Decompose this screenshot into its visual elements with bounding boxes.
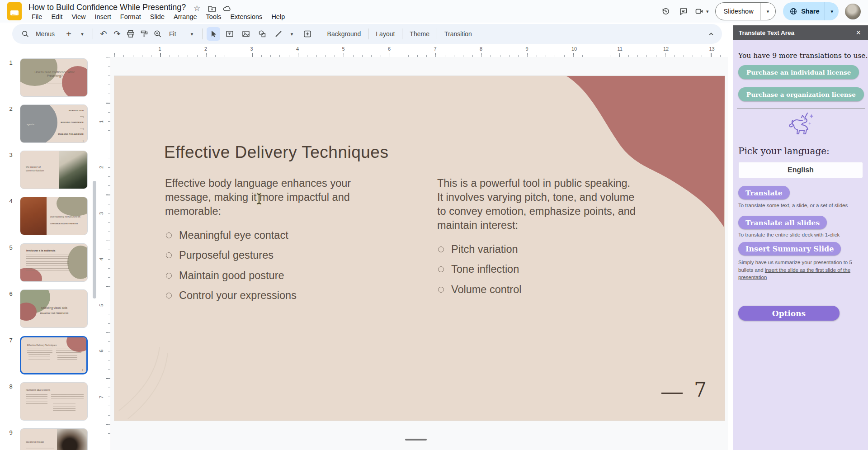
slide-thumbnail-4[interactable]: overcoming nervousness CONFIDENCE-BUILDI…	[20, 197, 88, 235]
speaker-notes-resize-handle[interactable]	[405, 439, 427, 441]
bullet-icon	[438, 266, 444, 272]
slides-logo-icon[interactable]	[7, 2, 22, 20]
slide-thumbnail-6[interactable]: selecting visual aids ENHANCING YOUR PRE…	[20, 289, 88, 328]
menus-search-button[interactable]: Menus	[19, 30, 62, 38]
slide-thumbnail-5[interactable]: Involucrar a la audiencia	[20, 243, 88, 282]
translations-quota-text: You have 9 more translations to use.	[738, 52, 868, 60]
panel-divider	[737, 108, 865, 109]
zoom-select[interactable]: Fit	[165, 30, 179, 38]
print-button[interactable]	[124, 27, 137, 41]
insert-summary-slide-button[interactable]: Insert Summary Slide	[738, 242, 841, 256]
slide-thumbnail-9[interactable]: speaking impact	[20, 428, 88, 450]
background-button[interactable]: Background	[322, 30, 367, 38]
purchase-organization-button[interactable]: Purchase a organization license	[738, 87, 864, 101]
text-cursor	[255, 193, 263, 205]
filmstrip-scrollbar[interactable]	[93, 181, 96, 298]
globe-icon	[789, 7, 797, 15]
bullet-icon	[438, 287, 444, 293]
thumb-agenda-list: INTRODUCTION3BUILDING CONFIDENCE4ENGAGIN…	[56, 109, 84, 143]
purchase-individual-button[interactable]: Purchase an individual license	[738, 65, 859, 79]
select-tool-button[interactable]	[207, 27, 220, 41]
translate-all-slides-button[interactable]: Translate all slides	[738, 216, 827, 229]
slide-title-text[interactable]: Effective Delivery Techniques	[164, 143, 388, 162]
slide-thumbnail-7-selected[interactable]: Effective Delivery Techniques 7	[20, 336, 88, 374]
zoom-button[interactable]	[151, 27, 165, 41]
bullet-icon	[166, 273, 172, 279]
menu-insert[interactable]: Insert	[90, 12, 116, 22]
top-bar: How to Build Confidence While Presenting…	[0, 0, 868, 23]
slide-thumbnail-2[interactable]: agenda INTRODUCTION3BUILDING CONFIDENCE4…	[20, 104, 88, 143]
insert-line-chevron[interactable]: ▾	[285, 27, 299, 41]
theme-button[interactable]: Theme	[404, 30, 435, 38]
summary-caption: Simply have us summarize your presentati…	[738, 259, 861, 281]
camera-chevron-icon[interactable]: ▾	[706, 9, 709, 14]
menu-extensions[interactable]: Extensions	[226, 12, 267, 22]
slide-left-bullet-list[interactable]: Meaningful eye contact Purposeful gestur…	[166, 225, 297, 306]
slide-right-bullet-list[interactable]: Pitch variation Tone inflection Volume c…	[438, 239, 521, 300]
slide-editor[interactable]: Effective Delivery Techniques Effective …	[114, 76, 725, 421]
menu-edit[interactable]: Edit	[47, 12, 67, 22]
zoom-select-chevron[interactable]: ▾	[185, 27, 199, 41]
slideshow-options-chevron[interactable]: ▾	[760, 3, 776, 20]
toolbar: Menus + ▾ ↶ ↷ Fit ▾ ▾	[12, 24, 722, 44]
menu-tools[interactable]: Tools	[202, 12, 226, 22]
menu-help[interactable]: Help	[267, 12, 289, 22]
new-slide-button[interactable]: +	[62, 27, 75, 41]
language-select[interactable]: English	[738, 162, 863, 178]
translate-caption: To translate some text, a slide, or a se…	[738, 202, 861, 209]
options-button[interactable]: Options	[738, 306, 840, 321]
insert-line-button[interactable]	[272, 27, 285, 41]
panel-title: Translate Text Area	[733, 29, 794, 36]
translate-panel: Translate Text Area × You have 9 more tr…	[733, 25, 868, 450]
unicorn-icon	[787, 111, 816, 139]
menu-view[interactable]: View	[67, 12, 90, 22]
bullet-icon	[438, 246, 444, 252]
layout-button[interactable]: Layout	[370, 30, 400, 38]
bullet-icon	[166, 232, 172, 238]
filmstrip: 1 How to Build Confidence While Presenti…	[0, 45, 98, 450]
slideshow-button[interactable]: Slideshow ▾	[715, 2, 776, 20]
pick-language-label: Pick your language:	[738, 146, 830, 156]
redo-button[interactable]: ↷	[110, 27, 124, 41]
google-slides-app: How to Build Confidence While Presenting…	[0, 0, 868, 450]
document-title[interactable]: How to Build Confidence While Presenting…	[28, 3, 186, 12]
share-chevron[interactable]: ▾	[825, 2, 839, 20]
horizontal-ruler: 12345678910111213	[114, 45, 725, 57]
panel-header: Translate Text Area ×	[733, 25, 868, 40]
translate-all-caption: To translate the entire slide deck with …	[738, 231, 861, 239]
menu-arrange[interactable]: Arrange	[169, 12, 202, 22]
share-button[interactable]: Share ▾	[783, 2, 839, 20]
transition-button[interactable]: Transition	[439, 30, 477, 38]
insert-image-button[interactable]	[239, 27, 253, 41]
slide-right-paragraph[interactable]: This is a powerful tool in public speaki…	[437, 176, 672, 232]
menu-format[interactable]: Format	[116, 12, 146, 22]
collapse-toolbar-icon[interactable]	[707, 29, 716, 38]
slide-left-paragraph[interactable]: Effective body language enhances your me…	[165, 176, 427, 218]
page-number-dash	[661, 393, 683, 394]
menu-slide[interactable]: Slide	[146, 12, 169, 22]
new-slide-chevron[interactable]: ▾	[75, 27, 89, 41]
slide-thumbnail-1[interactable]: How to Build Confidence While Presenting…	[20, 58, 88, 97]
search-icon	[21, 30, 29, 38]
canvas: Effective Delivery Techniques Effective …	[110, 57, 728, 450]
avatar[interactable]	[845, 4, 861, 19]
slide-thumbnail-8[interactable]: navigating q&a sessions	[20, 382, 88, 421]
slide-thumbnail-3[interactable]: the power of communication	[20, 151, 88, 189]
close-icon[interactable]: ×	[853, 27, 863, 38]
text-box-button[interactable]	[223, 27, 236, 41]
meet-camera-icon[interactable]	[693, 2, 706, 20]
menu-file[interactable]: File	[27, 12, 47, 22]
undo-button[interactable]: ↶	[97, 27, 110, 41]
paint-format-button[interactable]	[137, 27, 151, 41]
insert-shape-button[interactable]	[255, 27, 269, 41]
bullet-icon	[166, 252, 172, 258]
translate-button[interactable]: Translate	[738, 186, 790, 199]
version-history-icon[interactable]	[656, 2, 675, 20]
comments-icon[interactable]	[675, 2, 693, 20]
vertical-ruler: 1234567	[99, 57, 110, 450]
page-number: 7	[694, 378, 707, 401]
insert-comment-button[interactable]	[301, 27, 314, 41]
bullet-icon	[166, 293, 172, 298]
menu-bar: File Edit View Insert Format Slide Arran…	[27, 12, 289, 22]
